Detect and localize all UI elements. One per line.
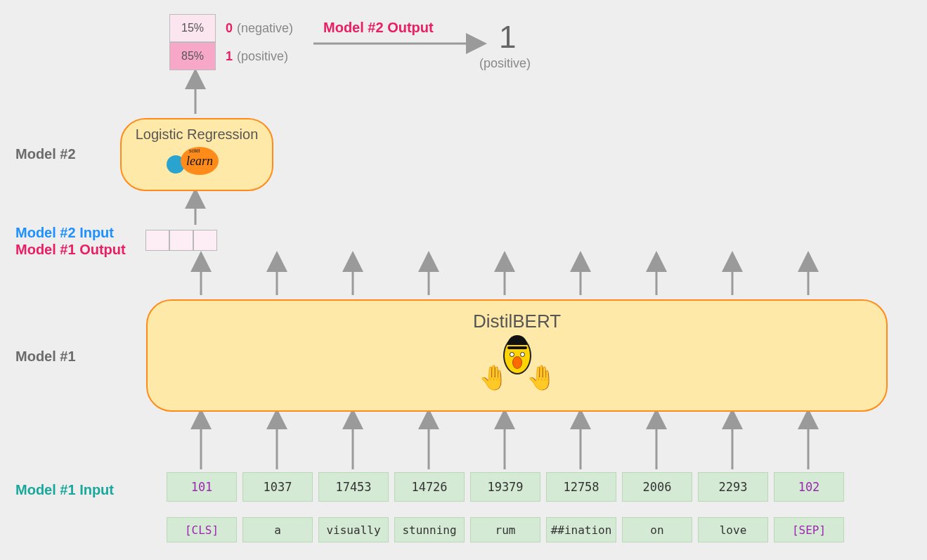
embed-cell: [169, 230, 193, 251]
final-class-desc: (positive): [479, 56, 531, 71]
final-class-value: 1: [499, 20, 516, 55]
token-word: a: [242, 517, 313, 542]
label-model2-input: Model #2 Input: [15, 225, 114, 241]
token-word: [SEP]: [774, 517, 844, 542]
token-id: 1037: [242, 472, 313, 502]
sklearn-logo-icon: scikit learn: [165, 145, 228, 176]
distilbert-title: DistilBERT: [473, 311, 561, 332]
token-word: visually: [318, 517, 389, 542]
logreg-title: Logistic Regression: [136, 126, 259, 143]
token-id: 2006: [622, 472, 692, 502]
token-word: rum: [470, 517, 540, 542]
embed-cell: [193, 230, 217, 251]
token-word: love: [698, 517, 768, 542]
token-word: [CLS]: [167, 517, 237, 542]
token-id: 102: [774, 472, 844, 502]
hugging-hands-icon: 🤚🤚: [479, 351, 556, 379]
token-word: stunning: [394, 517, 465, 542]
token-id: 2293: [698, 472, 768, 502]
token-word: on: [622, 517, 692, 542]
prob-label: 0(negative): [226, 21, 293, 36]
token-id: 17453: [318, 472, 389, 502]
embed-cell: [145, 230, 169, 251]
prob-row: 85%1(positive): [169, 42, 293, 70]
prob-percent: 15%: [169, 14, 216, 42]
label-model2-output: Model #2 Output: [323, 20, 434, 36]
probability-table: 15%0(negative)85%1(positive): [169, 14, 293, 70]
token-word: ##ination: [546, 517, 616, 542]
token-word-row: [CLS]avisuallystunningrum##inationonlove…: [167, 517, 844, 542]
cls-embedding-vector: [145, 230, 217, 251]
label-model1: Model #1: [15, 349, 76, 365]
token-id: 19379: [470, 472, 540, 502]
logistic-regression-block: Logistic Regression scikit learn: [120, 118, 273, 191]
prob-percent: 85%: [169, 42, 216, 70]
label-model1-output: Model #1 Output: [15, 242, 126, 258]
label-model1-input: Model #1 Input: [15, 482, 114, 498]
label-model2: Model #2: [15, 146, 76, 162]
token-id-row: 10110371745314726193791275820062293102: [167, 472, 844, 502]
token-id: 12758: [546, 472, 616, 502]
prob-row: 15%0(negative): [169, 14, 293, 42]
token-id: 101: [167, 472, 237, 502]
prob-label: 1(positive): [226, 49, 288, 64]
distilbert-block: DistilBERT 🤚🤚: [146, 299, 888, 412]
token-id: 14726: [394, 472, 465, 502]
